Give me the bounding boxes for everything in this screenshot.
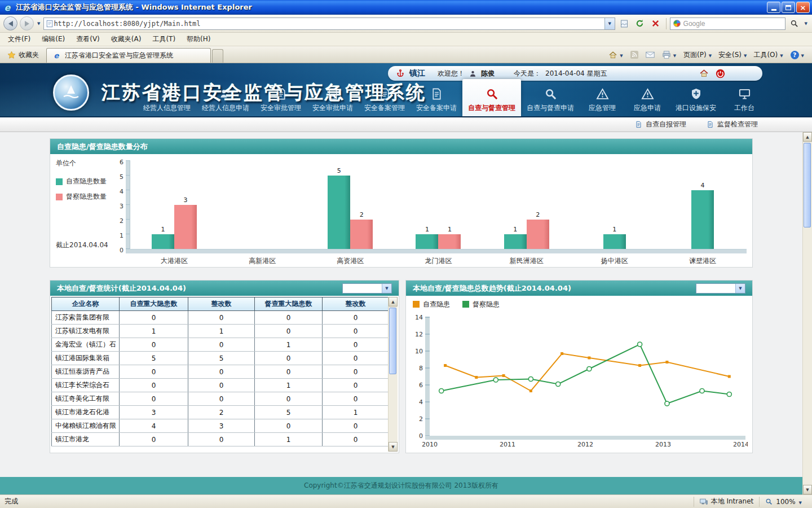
browser-tab-active[interactable]: e 江苏省港口安全监管与应急管理系统 xyxy=(46,48,211,63)
nav-item-9[interactable]: 应急申请 xyxy=(625,85,670,116)
compatibility-view-button[interactable] xyxy=(617,17,631,30)
doc-icon xyxy=(378,87,391,100)
nav-item-label: 工作台 xyxy=(734,103,754,113)
command-button-0[interactable]: 页面(P) xyxy=(680,48,715,62)
page-scroll-thumb[interactable] xyxy=(804,143,811,227)
forward-button[interactable] xyxy=(20,16,34,30)
feeds-button[interactable] xyxy=(627,49,642,61)
table-scrollbar[interactable] xyxy=(388,297,398,452)
help-button[interactable]: ? xyxy=(787,49,807,62)
doc-icon xyxy=(430,87,443,100)
command-button-1[interactable]: 安全(S) xyxy=(715,48,750,62)
x-category-label: 扬中港区 xyxy=(571,253,659,266)
table-cell: 0 xyxy=(188,365,255,379)
table-scroll-up-button[interactable] xyxy=(389,297,398,306)
nav-item-2[interactable]: 安全审批管理 xyxy=(255,85,307,116)
trend-filter-select[interactable] xyxy=(696,283,745,294)
address-bar[interactable] xyxy=(43,17,615,30)
y-tick-label: 3 xyxy=(120,203,123,210)
nav-item-8[interactable]: 应急管理 xyxy=(580,85,625,116)
zoom-level: 100% xyxy=(776,498,795,506)
table-cell: 3 xyxy=(188,419,255,433)
nav-item-4[interactable]: 安全备案管理 xyxy=(359,85,411,116)
search-box[interactable] xyxy=(670,17,785,30)
menu-item-3[interactable]: 收藏夹(A) xyxy=(105,33,147,46)
bar-chart-baseline xyxy=(126,249,747,253)
search-button[interactable] xyxy=(788,17,801,30)
nav-item-7[interactable]: 自查与督查申请 xyxy=(521,85,580,116)
doc-icon xyxy=(326,87,339,100)
table-row[interactable]: 镇江恒泰沥青产品0000 xyxy=(52,365,389,379)
bar-自查隐患数量: 4 xyxy=(691,190,714,249)
bar-chart: 单位个 自查隐患数量督察隐患数量 截止2014.04.04 0123456 13… xyxy=(50,154,752,267)
stats-filter-select[interactable] xyxy=(342,283,392,294)
menu-item-5[interactable]: 帮助(H) xyxy=(181,33,216,46)
nav-item-5[interactable]: 安全备案申请 xyxy=(411,85,462,116)
stop-button[interactable] xyxy=(649,17,663,30)
page-scroll-up-button[interactable] xyxy=(803,132,812,142)
nav-item-6[interactable]: 自查与督查管理 xyxy=(462,79,521,116)
print-button[interactable] xyxy=(659,49,679,61)
subnav-item-1[interactable]: 监督检查管理 xyxy=(707,120,758,129)
nav-item-1[interactable]: 经营人信息申请 xyxy=(196,85,255,116)
refresh-button[interactable] xyxy=(633,17,647,30)
bar-group: 4 xyxy=(659,190,747,249)
table-cell: 0 xyxy=(323,433,389,446)
svg-text:12: 12 xyxy=(415,331,423,338)
table-row[interactable]: 镇江奇美化工有限0000 xyxy=(52,392,389,406)
search-options-dropdown[interactable] xyxy=(804,21,809,26)
table-row[interactable]: 中储粮镇江粮油有限4300 xyxy=(52,419,389,433)
url-input[interactable] xyxy=(54,20,604,28)
table-cell: 1 xyxy=(188,325,255,338)
page-scroll-down-button[interactable] xyxy=(803,485,812,494)
new-tab-stub[interactable] xyxy=(212,49,223,63)
status-bar: 完成 本地 Intranet 100% xyxy=(0,494,812,508)
nav-item-10[interactable]: 港口设施保安 xyxy=(670,85,722,116)
tab-title: 江苏省港口安全监管与应急管理系统 xyxy=(65,51,206,60)
minimize-button[interactable] xyxy=(767,2,780,13)
nav-item-label: 经营人信息管理 xyxy=(143,103,191,113)
table-cell: 0 xyxy=(323,338,389,352)
menu-item-0[interactable]: 文件(F) xyxy=(2,33,36,46)
address-dropdown-button[interactable] xyxy=(604,18,615,29)
favorites-button[interactable]: 收藏夹 xyxy=(2,47,44,63)
back-button[interactable] xyxy=(3,16,17,30)
home-button[interactable] xyxy=(605,49,626,62)
page-scrollbar[interactable] xyxy=(802,132,812,494)
history-dropdown[interactable] xyxy=(36,21,41,26)
menu-item-4[interactable]: 工具(T) xyxy=(147,33,181,46)
search-input[interactable] xyxy=(683,20,782,28)
nav-item-11[interactable]: 工作台 xyxy=(722,85,767,116)
table-scroll-thumb[interactable] xyxy=(389,308,396,374)
table-cell: 0 xyxy=(323,352,389,365)
maximize-button[interactable] xyxy=(782,2,795,13)
user-name[interactable]: 陈俊 xyxy=(481,69,495,78)
current-date: 2014-04-04 星期五 xyxy=(545,69,607,78)
table-scroll-down-button[interactable] xyxy=(389,442,398,452)
svg-text:6: 6 xyxy=(419,382,423,389)
nav-item-0[interactable]: 经营人信息管理 xyxy=(138,85,196,116)
close-button[interactable]: × xyxy=(796,2,810,13)
table-row[interactable]: 镇江市港龙石化港3251 xyxy=(52,406,389,419)
table-row[interactable]: 镇江市港龙0010 xyxy=(52,433,389,446)
nav-item-label: 安全备案申请 xyxy=(416,103,457,113)
table-row[interactable]: 金海宏业（镇江）石0010 xyxy=(52,338,389,352)
zoom-control[interactable]: 100% xyxy=(759,497,807,507)
table-row[interactable]: 镇江港国际集装箱5500 xyxy=(52,352,389,365)
bar-group: 12 xyxy=(483,220,571,249)
table-row[interactable]: 镇江李长荣综合石0010 xyxy=(52,379,389,392)
table-cell: 镇江市港龙 xyxy=(52,433,120,446)
subnav-item-0[interactable]: 自查自报管理 xyxy=(635,120,686,129)
portal-home-icon[interactable] xyxy=(699,69,709,78)
table-row[interactable]: 江苏索普集团有限0000 xyxy=(52,311,389,325)
date-label: 今天是： xyxy=(514,69,541,78)
table-row[interactable]: 江苏镇江发电有限1100 xyxy=(52,325,389,338)
table-cell: 1 xyxy=(120,325,188,338)
menu-item-2[interactable]: 查看(V) xyxy=(70,33,105,46)
logout-icon[interactable] xyxy=(716,69,725,78)
nav-item-3[interactable]: 安全审批申请 xyxy=(307,85,359,116)
command-button-2[interactable]: 工具(O) xyxy=(750,48,786,62)
mail-button[interactable] xyxy=(642,49,658,60)
distribution-panel: 自查隐患/督查隐患数量分布 单位个 自查隐患数量督察隐患数量 截止2014.04… xyxy=(50,138,753,268)
menu-item-1[interactable]: 编辑(E) xyxy=(36,33,70,46)
